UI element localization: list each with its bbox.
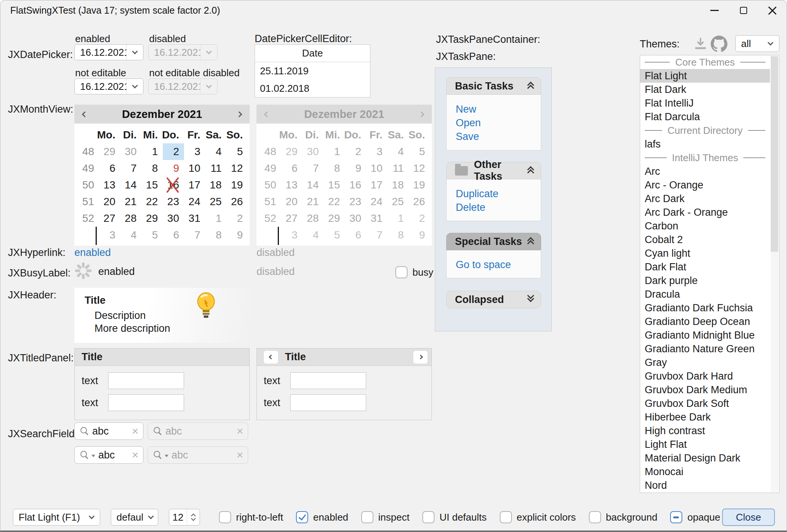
taskpane-action-link[interactable]: Go to space [456, 258, 541, 271]
calendar-day[interactable]: 1 [142, 143, 163, 160]
calendar-day[interactable]: 19 [227, 177, 248, 193]
checkbox-opaque[interactable]: opaque [670, 511, 720, 523]
theme-list-item[interactable]: Gradianto Midnight Blue [640, 328, 770, 342]
taskpane-action-link[interactable]: Open [456, 116, 541, 130]
calendar-day[interactable]: 5 [227, 143, 248, 160]
theme-list-item[interactable]: Material Design Dark [640, 451, 770, 465]
calendar-day[interactable]: 16 [163, 177, 184, 193]
theme-list-item[interactable]: Cobalt 2 [640, 233, 770, 246]
text-input[interactable] [290, 394, 366, 411]
calendar-day[interactable]: 8 [142, 160, 163, 177]
theme-list-item[interactable]: Monocai [640, 465, 770, 479]
clear-icon[interactable]: × [132, 425, 139, 437]
theme-list-item[interactable]: lafs [640, 137, 770, 151]
calendar-day[interactable]: 15 [142, 177, 163, 193]
combo-dropdown-button[interactable] [143, 509, 158, 525]
calendar-day[interactable]: 1 [205, 210, 227, 227]
datepicker-value[interactable]: 16.12.2021 [75, 47, 126, 58]
combo-dropdown-button[interactable] [83, 509, 100, 525]
calendar-day[interactable]: 7 [184, 227, 205, 243]
calendar-day[interactable]: 28 [120, 210, 142, 227]
checkbox-box[interactable] [670, 511, 682, 523]
theme-list-item[interactable]: Flat IntelliJ [640, 96, 770, 110]
spinner-buttons[interactable] [187, 509, 200, 525]
calendar-day[interactable]: 13 [99, 177, 120, 193]
calendar-day[interactable]: 4 [205, 143, 227, 160]
taskpane-action-link[interactable]: Save [456, 130, 541, 143]
calendar-day[interactable]: 18 [205, 177, 227, 193]
theme-list-item[interactable]: Dracula [640, 287, 770, 301]
calendar-day[interactable]: 21 [120, 193, 142, 210]
theme-list-item[interactable]: High contrast [640, 424, 770, 438]
calendar-day[interactable]: 27 [99, 210, 120, 227]
text-input[interactable] [108, 372, 184, 389]
themes-scrollbar[interactable] [771, 56, 778, 492]
checkbox-box[interactable] [395, 266, 408, 278]
checkbox-right-to-left[interactable]: right-to-left [219, 511, 283, 523]
theme-list-item[interactable]: Flat Light [640, 69, 770, 83]
window-close-button[interactable] [758, 0, 787, 20]
titled-panel-next-button[interactable] [413, 351, 428, 364]
calendar-day[interactable]: 29 [99, 143, 120, 160]
datepicker-enabled[interactable]: 16.12.2021 [74, 44, 143, 60]
search-field-enabled[interactable]: abc × [74, 422, 143, 440]
calendar-day[interactable]: 30 [120, 143, 142, 160]
calendar-day[interactable]: 9 [163, 160, 184, 177]
calendar-day[interactable]: 8 [205, 227, 227, 243]
theme-list-item[interactable]: Arc Dark - Orange [640, 206, 770, 219]
taskpane-header[interactable]: Collapsed [446, 291, 541, 308]
calendar-day[interactable]: 4 [120, 227, 142, 243]
theme-list-item[interactable]: Light Flat [640, 438, 770, 451]
datepicker-dropdown-button[interactable] [126, 79, 143, 94]
table-row[interactable]: 25.11.2019 [255, 62, 370, 80]
checkbox-box[interactable] [422, 511, 434, 523]
calendar-day[interactable]: 26 [227, 193, 248, 210]
calendar-day[interactable]: 3 [99, 227, 120, 243]
datepicker-not-editable[interactable]: 16.12.2021 [74, 78, 143, 94]
calendar-day[interactable]: 30 [163, 210, 184, 227]
theme-list-item[interactable]: Gradianto Deep Ocean [640, 315, 770, 328]
busy-checkbox[interactable]: busy [395, 266, 433, 278]
calendar-day[interactable]: 2 [227, 210, 248, 227]
clear-icon[interactable]: × [132, 449, 139, 461]
theme-list-item[interactable]: Cyan light [640, 246, 770, 260]
spinner-value[interactable]: 12 [169, 509, 187, 525]
taskpane-action-link[interactable]: New [456, 102, 541, 116]
calendar-day[interactable]: 12 [227, 160, 248, 177]
datepicker-dropdown-button[interactable] [126, 45, 143, 60]
taskpane-header[interactable]: Special Tasks [446, 233, 541, 250]
checkbox-enabled[interactable]: enabled [296, 511, 348, 523]
theme-list-item[interactable]: Dark Flat [640, 260, 770, 274]
checkbox-explicit-colors[interactable]: explicit colors [500, 511, 576, 523]
titled-panel-prev-button[interactable] [264, 351, 278, 364]
close-button[interactable]: Close [722, 508, 775, 526]
theme-list-item[interactable]: Gray [640, 356, 770, 369]
checkbox-box[interactable] [219, 511, 231, 523]
calendar-day[interactable]: 23 [163, 193, 184, 210]
theme-list-item[interactable]: Arc - Orange [640, 178, 770, 192]
theme-list-item[interactable]: Hiberbee Dark [640, 410, 770, 424]
maximize-button[interactable] [729, 0, 758, 20]
taskpane-header[interactable]: Basic Tasks [446, 77, 541, 95]
taskpane-header[interactable]: Other Tasks [446, 162, 541, 179]
laf-combo[interactable]: Flat Light (F1) [13, 509, 100, 526]
calendar-day[interactable]: 22 [142, 193, 163, 210]
theme-list-item[interactable]: Gradianto Dark Fuchsia [640, 301, 770, 315]
next-month-icon[interactable] [236, 111, 242, 117]
theme-list-item[interactable]: Arc [640, 165, 770, 178]
calendar-day[interactable]: 29 [142, 210, 163, 227]
text-input[interactable] [290, 372, 366, 389]
theme-list-item[interactable]: Arc Dark [640, 192, 770, 206]
taskpane-action-link[interactable]: Duplicate [456, 187, 541, 201]
calendar-day[interactable]: 25 [205, 193, 227, 210]
calendar-day[interactable]: 2 [163, 143, 184, 160]
calendar-day[interactable]: 10 [184, 160, 205, 177]
theme-list-item[interactable]: Gruvbox Dark Hard [640, 369, 770, 383]
calendar-day[interactable]: 7 [120, 160, 142, 177]
calendar-day[interactable]: 11 [205, 160, 227, 177]
theme-list-item[interactable]: Gradianto Nature Green [640, 342, 770, 356]
combo-dropdown-button[interactable] [762, 36, 779, 52]
hyperlink-enabled[interactable]: enabled [74, 247, 111, 259]
github-icon[interactable] [711, 35, 727, 52]
calendar-day[interactable]: 24 [184, 193, 205, 210]
